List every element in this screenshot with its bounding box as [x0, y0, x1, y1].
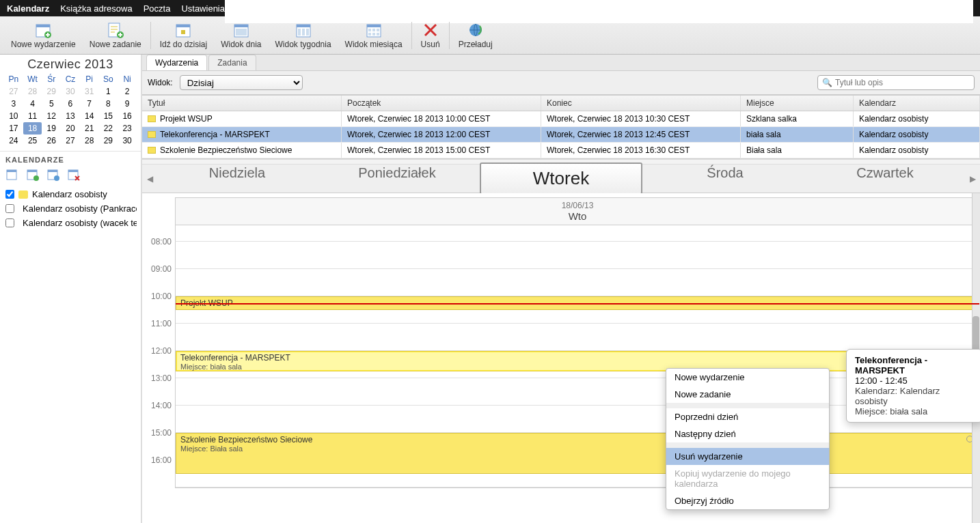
- minical-day[interactable]: 23: [118, 122, 137, 135]
- menu-addressbook[interactable]: Książka adresowa: [60, 3, 133, 14]
- minical-day[interactable]: 30: [118, 135, 137, 147]
- calendar-checkbox[interactable]: [5, 190, 14, 199]
- minical-day[interactable]: 15: [99, 110, 118, 122]
- day-view-button[interactable]: Widok dnia: [214, 20, 268, 51]
- event-title: Szkolenie Bezpieczeństwo Sieciowe: [160, 145, 292, 155]
- ctx-new-task[interactable]: Nowe zadanie: [666, 386, 829, 403]
- minical-day[interactable]: 26: [42, 135, 61, 147]
- event-start: Wtorek, Czerwiec 18 2013 12:00 CEST: [342, 127, 541, 142]
- day-tab[interactable]: Poniedziałek: [317, 161, 477, 196]
- minical-day[interactable]: 17: [4, 122, 23, 135]
- day-tab[interactable]: Czwartek: [805, 161, 965, 196]
- svg-point-29: [33, 175, 39, 181]
- minical-day[interactable]: 8: [99, 98, 118, 110]
- menu-mail[interactable]: Poczta: [144, 3, 171, 14]
- minical-day[interactable]: 14: [80, 110, 99, 122]
- go-today-button[interactable]: Idź do dzisiaj: [153, 20, 214, 51]
- minical-day[interactable]: 4: [23, 98, 42, 110]
- user-name[interactable]: Jacek Tester: [225, 0, 973, 3]
- web-calendar-icon[interactable]: [46, 168, 60, 182]
- minical-day[interactable]: 20: [61, 122, 80, 135]
- calendar-row[interactable]: Kalendarz osobisty (wacek tes: [4, 216, 137, 230]
- minical-day[interactable]: 12: [42, 110, 61, 122]
- add-calendar-icon[interactable]: [5, 168, 19, 182]
- week-view-button[interactable]: Widok tygodnia: [269, 20, 338, 51]
- subscribe-calendar-icon[interactable]: [26, 168, 40, 182]
- minical-day[interactable]: 18: [23, 122, 42, 135]
- svg-rect-34: [68, 170, 78, 172]
- prev-arrow[interactable]: ◀: [142, 174, 157, 184]
- ctx-next-day[interactable]: Następny dzień: [666, 425, 829, 442]
- search-box[interactable]: 🔍: [817, 75, 975, 90]
- minical-day[interactable]: 6: [61, 98, 80, 110]
- day-tab[interactable]: Wtorek: [480, 162, 642, 195]
- minical-day[interactable]: 1: [99, 85, 118, 98]
- timeline-event[interactable]: Szkolenie Bezpieczeństwo SiecioweMiejsce…: [176, 433, 977, 474]
- col-place[interactable]: Miejsce: [741, 96, 854, 111]
- menu-calendar[interactable]: Kalendarz: [7, 3, 49, 14]
- minical-day[interactable]: 29: [99, 135, 118, 147]
- minical-day[interactable]: 5: [42, 98, 61, 110]
- tab-tasks[interactable]: Zadania: [208, 55, 256, 70]
- calendar-row[interactable]: Kalendarz osobisty (Pankracel: [4, 201, 137, 216]
- hour-label: 12:00: [143, 346, 172, 356]
- minical-day[interactable]: 10: [4, 110, 23, 122]
- minical-day[interactable]: 2: [118, 85, 137, 98]
- minical-day[interactable]: 22: [99, 122, 118, 135]
- minical-day[interactable]: 27: [61, 135, 80, 147]
- month-view-button[interactable]: Widok miesiąca: [338, 20, 409, 51]
- day-tab[interactable]: Niedziela: [157, 161, 317, 196]
- minical-day[interactable]: 24: [4, 135, 23, 147]
- new-task-button[interactable]: Nowe zadanie: [83, 20, 148, 51]
- minical-day[interactable]: 28: [80, 135, 99, 147]
- search-input[interactable]: [835, 78, 970, 87]
- menu-settings[interactable]: Ustawienia: [181, 3, 225, 14]
- minical-day[interactable]: 3: [4, 98, 23, 110]
- ctx-prev-day[interactable]: Poprzedni dzień: [666, 408, 829, 425]
- ctx-new-event[interactable]: Nowe wydarzenie: [666, 369, 829, 386]
- minical-day[interactable]: 29: [42, 85, 61, 98]
- col-calendar[interactable]: Kalendarz: [854, 96, 980, 111]
- hour-row[interactable]: 09:00: [176, 269, 979, 296]
- table-row[interactable]: Telekonferencja - MARSPEKTWtorek, Czerwi…: [142, 127, 980, 143]
- reload-button[interactable]: Przeładuj: [452, 20, 500, 51]
- minical-day[interactable]: 13: [61, 110, 80, 122]
- minical-day[interactable]: 27: [4, 85, 23, 98]
- table-row[interactable]: Projekt WSUPWtorek, Czerwiec 18 2013 10:…: [142, 111, 980, 127]
- col-end[interactable]: Koniec: [541, 96, 741, 111]
- remove-calendar-icon[interactable]: [67, 168, 81, 182]
- minical-day[interactable]: 30: [61, 85, 80, 98]
- col-title[interactable]: Tytuł: [142, 96, 342, 111]
- day-tab[interactable]: Środa: [645, 161, 805, 196]
- ctx-view-source[interactable]: Obejrzyj źródło: [666, 492, 829, 509]
- dow-header: Wt: [23, 73, 42, 85]
- minical-day[interactable]: 7: [80, 98, 99, 110]
- top-menu-bar: Kalendarz Książka adresowa Poczta Ustawi…: [0, 0, 980, 16]
- timeline[interactable]: 18/06/13 Wto 08:0009:0010:0011:0012:0013…: [142, 193, 980, 523]
- view-select[interactable]: Dzisiaj: [180, 75, 303, 90]
- event-tooltip: Telekonferencja - MARSPEKT 12:00 - 12:45…: [846, 349, 980, 423]
- minical-day[interactable]: 31: [80, 85, 99, 98]
- minical-day[interactable]: 16: [118, 110, 137, 122]
- col-start[interactable]: Początek: [342, 96, 541, 111]
- calendar-checkbox[interactable]: [5, 204, 14, 213]
- ctx-delete-event[interactable]: Usuń wydarzenie: [666, 448, 829, 465]
- calendar-checkbox[interactable]: [5, 218, 14, 227]
- minical-day[interactable]: 21: [80, 122, 99, 135]
- delete-button[interactable]: Usuń: [414, 20, 447, 51]
- allday-row[interactable]: [175, 225, 980, 242]
- content-tabs: Wydarzenia Zadania: [142, 55, 980, 71]
- tab-events[interactable]: Wydarzenia: [146, 55, 207, 70]
- hour-row[interactable]: 11:00: [176, 324, 979, 351]
- new-event-button[interactable]: Nowe wydarzenie: [4, 20, 83, 51]
- minical-day[interactable]: 28: [23, 85, 42, 98]
- dow-header: Pi: [80, 73, 99, 85]
- calendar-row[interactable]: Kalendarz osobisty: [4, 187, 137, 201]
- minical-day[interactable]: 11: [23, 110, 42, 122]
- table-row[interactable]: Szkolenie Bezpieczeństwo SiecioweWtorek,…: [142, 143, 980, 158]
- hour-row[interactable]: 08:00: [176, 242, 979, 269]
- minical-day[interactable]: 19: [42, 122, 61, 135]
- next-arrow[interactable]: ▶: [965, 174, 980, 184]
- minical-day[interactable]: 25: [23, 135, 42, 147]
- minical-day[interactable]: 9: [118, 98, 137, 110]
